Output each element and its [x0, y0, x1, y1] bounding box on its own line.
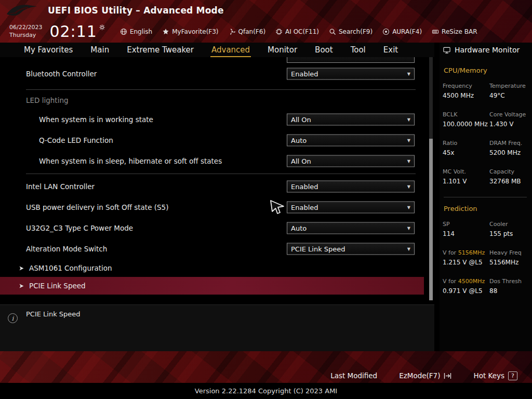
scrollbar-thumb[interactable] — [429, 139, 433, 300]
description-text: PCIE Link Speed — [26, 310, 81, 318]
hwm-grid: SP114Cooler155 ptsV for 5156MHz1.215 V @… — [443, 221, 528, 307]
divider — [26, 174, 416, 174]
header-info-row: 06/22/2023 Thursday 02:11 EnglishMyFavor… — [0, 21, 532, 43]
question-badge: ? — [508, 371, 517, 380]
monitor-icon — [443, 46, 451, 54]
scrollbar[interactable] — [429, 57, 433, 300]
hwm-stat-dos-thresh: Dos Thresh88 — [489, 278, 528, 295]
submenu-arrow-icon — [19, 283, 24, 289]
hwm-stat-value: 88 — [489, 287, 528, 295]
chevron-down-icon: ▼ — [407, 184, 410, 189]
toolbar-label: ReSize BAR — [442, 28, 477, 35]
dropdown-value: Enabled — [291, 70, 318, 78]
hwm-stat-value: 49°C — [489, 92, 528, 99]
last-modified-button[interactable]: Last Modified — [330, 371, 377, 380]
hwm-stat-label: Core Voltage — [489, 111, 528, 118]
hwm-stat-core-voltage: Core Voltage1.430 V — [489, 111, 528, 128]
tab-tool[interactable]: Tool — [350, 44, 367, 57]
hwm-stat-value: 45x — [443, 149, 487, 156]
tab-exit[interactable]: Exit — [382, 44, 399, 57]
submenu-pcie-link-speed[interactable]: PCIE Link Speed — [0, 277, 424, 295]
hwm-heading-cpu-memory: CPU/Memory — [444, 66, 528, 74]
toolbar-label: Qfan(F6) — [238, 28, 266, 35]
hwm-stat-cooler: Cooler155 pts — [489, 221, 528, 237]
hwm-stat-capacity: Capacity32768 MB — [489, 168, 528, 185]
toolbar-myfavorite-f3[interactable]: MyFavorite(F3) — [162, 28, 218, 35]
tab-main[interactable]: Main — [89, 44, 110, 57]
hwm-stat-label: Capacity — [489, 168, 528, 175]
hwm-stat-label: Frequency — [443, 83, 487, 89]
dropdown-usb-power-delivery-in-soft-off-state-s5[interactable]: Enabled▼ — [287, 202, 415, 214]
dropdown-value: All On — [291, 116, 311, 124]
tab-my-favorites[interactable]: My Favorites — [23, 44, 74, 57]
hwm-stat-heavy-freq: Heavy Freq5156MHz — [489, 249, 528, 266]
section-heading-led-lighting: LED lighting — [26, 89, 416, 109]
gear-icon[interactable] — [99, 24, 105, 31]
tab-monitor[interactable]: Monitor — [267, 44, 298, 57]
toolbar-search-f9[interactable]: Search(F9) — [329, 28, 373, 35]
submenu-label: ASM1061 Configuration — [29, 264, 112, 272]
date-text: 06/22/2023 — [9, 24, 42, 32]
hwm-stat-label: V for 5156MHz — [443, 249, 487, 256]
toolbar-ai-oc-f11[interactable]: AI OC(F11) — [275, 28, 319, 35]
hwm-stat-value: 0.971 V @L5 — [443, 287, 487, 295]
hwm-label-accent: 5156MHz — [458, 249, 485, 256]
dropdown-value: Auto — [291, 224, 307, 232]
setting-label: Q-Code LED Function — [39, 136, 113, 144]
toolbar-aura-f4[interactable]: AURA(F4) — [382, 28, 422, 35]
hwm-stat-ratio: Ratio45x — [443, 140, 487, 156]
hwm-stat-value: 100.0000 MHz — [443, 121, 487, 128]
toolbar-english[interactable]: English — [120, 28, 152, 35]
dropdown-bluetooth-controller[interactable]: Enabled▼ — [287, 68, 415, 80]
dropdown-clipped[interactable] — [287, 57, 415, 63]
chevron-down-icon: ▼ — [407, 159, 410, 164]
hwm-stat-label: Ratio — [443, 140, 487, 147]
star-icon — [162, 28, 169, 35]
scrolled-setting-row — [0, 57, 434, 63]
date-display: 06/22/2023 Thursday — [9, 24, 42, 39]
tab-boot[interactable]: Boot — [314, 44, 334, 57]
ezmode-button[interactable]: EzMode(F7) — [399, 371, 451, 380]
dropdown-when-system-is-in-sleep-hibernate-or-soft-off-states[interactable]: All On▼ — [287, 155, 415, 167]
dropdown-alteration-mode-switch[interactable]: PCIE Link Speed▼ — [287, 243, 415, 255]
version-text: Version 2.22.1284 Copyright (C) 2023 AMI — [0, 383, 532, 399]
chevron-down-icon: ▼ — [407, 226, 410, 231]
hot-keys-button[interactable]: Hot Keys ? — [473, 371, 517, 380]
description-panel: i PCIE Link Speed — [0, 304, 434, 351]
setting-when-system-is-in-sleep-hibernate-or-soft-off-states: When system is in sleep, hibernate or so… — [0, 151, 434, 171]
dropdown-q-code-led-function[interactable]: Auto▼ — [287, 135, 415, 147]
dropdown-when-system-is-in-working-state[interactable]: All On▼ — [287, 114, 415, 126]
tab-extreme-tweaker[interactable]: Extreme Tweaker — [126, 44, 195, 57]
settings-list: Bluetooth ControllerEnabled▼LED lighting… — [0, 57, 434, 300]
setting-when-system-is-in-working-state: When system is in working stateAll On▼ — [0, 109, 434, 130]
dropdown-value: Auto — [291, 137, 307, 144]
chevron-down-icon: ▼ — [407, 72, 410, 76]
submenu-asm1061-configuration[interactable]: ASM1061 Configuration — [0, 259, 434, 277]
toolbar-resize-bar[interactable]: ReSize BAR — [432, 28, 477, 35]
toolbar-qfan-f6[interactable]: Qfan(F6) — [229, 28, 266, 35]
hwm-stat-value: 1.430 V — [489, 121, 528, 128]
dropdown-u32g2-c3-type-c-power-mode[interactable]: Auto▼ — [287, 222, 415, 234]
setting-label: Alteration Mode Switch — [26, 245, 107, 253]
hwm-stat-value: 5156MHz — [489, 259, 528, 266]
hwm-stat-v-for-4500mhz: V for 4500MHz0.971 V @L5 — [443, 278, 487, 295]
setting-usb-power-delivery-in-soft-off-state-s5: USB power delivery in Soft Off state (S5… — [0, 197, 434, 218]
dropdown-intel-lan-controller[interactable]: Enabled▼ — [287, 181, 415, 193]
hwm-stat-label: DRAM Freq. — [489, 140, 528, 147]
aura-icon — [382, 28, 390, 35]
hwm-stat-value: 155 pts — [489, 230, 528, 237]
setting-alteration-mode-switch: Alteration Mode SwitchPCIE Link Speed▼ — [0, 238, 434, 259]
tab-advanced[interactable]: Advanced — [210, 44, 251, 57]
chevron-down-icon: ▼ — [407, 247, 410, 251]
setting-label: U32G2_C3 Type C Power Mode — [26, 224, 133, 232]
hwm-stat-sp: SP114 — [443, 221, 487, 237]
bios-screen: UEFI BIOS Utility – Advanced Mode 06/22/… — [0, 0, 532, 399]
dropdown-value: Enabled — [291, 183, 318, 191]
fan-icon — [229, 28, 236, 35]
hwm-divider — [444, 197, 527, 197]
hwm-stat-bclk: BCLK100.0000 MHz — [443, 111, 487, 128]
hwm-stat-v-for-5156mhz: V for 5156MHz1.215 V @L5 — [443, 249, 487, 266]
hwm-stat-dram-freq: DRAM Freq.5200 MHz — [489, 140, 528, 156]
hwm-stat-temperature: Temperature49°C — [489, 83, 528, 99]
toolbar-label: AI OC(F11) — [285, 28, 319, 35]
